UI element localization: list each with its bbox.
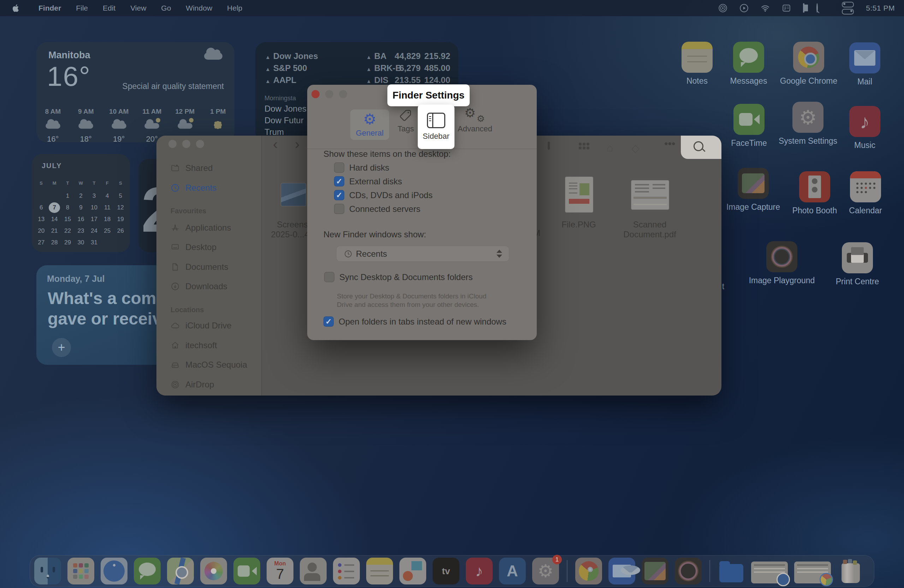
sidebar-item-desktop[interactable]: Desktop [171, 242, 217, 252]
desktop-icon-print[interactable] [842, 242, 873, 273]
menu-clock[interactable]: 5:51 PM [866, 4, 895, 13]
calendar-day[interactable]: 20 [36, 226, 47, 236]
desktop-icon-messages[interactable] [733, 42, 764, 73]
desktop-icon-settings[interactable]: ⚙ [792, 102, 823, 133]
sidebar-item-itechsoft[interactable]: itechsoft [171, 340, 217, 350]
desktop-icon-music[interactable]: ♪ [849, 106, 880, 137]
calendar-day[interactable]: 27 [36, 237, 47, 248]
dock-item-appstore[interactable]: A [499, 558, 526, 585]
calendar-day[interactable] [49, 191, 60, 201]
dock-item-finder[interactable] [34, 558, 61, 585]
desktop-icon-mail[interactable] [849, 43, 880, 73]
calendar-day[interactable]: 15 [62, 214, 73, 224]
file-thumbnail-screenshot[interactable] [281, 183, 306, 206]
calendar-day[interactable]: 2 [75, 191, 87, 201]
checkbox-unchecked[interactable] [324, 272, 334, 282]
calendar-day[interactable]: 29 [62, 237, 73, 248]
checkbox-checked[interactable]: ✓ [334, 176, 344, 187]
more-ellipsis-icon[interactable]: ••• [664, 138, 675, 150]
gallery-view-icon[interactable] [548, 143, 550, 149]
file-label[interactable]: Scanned [618, 220, 681, 229]
calendar-day[interactable]: 30 [75, 237, 87, 248]
zoom-button[interactable] [339, 90, 347, 98]
checkbox-row-external-disks[interactable]: ✓External disks [334, 176, 402, 187]
calendar-day[interactable]: 21 [49, 226, 60, 236]
calendar-day[interactable]: 14 [49, 214, 60, 224]
menu-item-help[interactable]: Help [227, 4, 242, 13]
dock-item-safari[interactable] [101, 558, 128, 585]
control-centre-icon[interactable] [842, 2, 854, 14]
sidebar-item-macos-sequoia[interactable]: MacOS Sequoia [171, 360, 247, 370]
dock-item-calendar[interactable]: Mon7 [267, 558, 294, 585]
menu-item-go[interactable]: Go [161, 4, 171, 13]
minimize-button[interactable] [325, 90, 333, 98]
group-view-icon[interactable] [579, 143, 591, 152]
screen-mirroring-icon[interactable] [740, 3, 749, 13]
tab-general[interactable]: ⚙ General [350, 109, 389, 140]
wifi-icon[interactable] [761, 3, 770, 13]
calendar-day[interactable]: 17 [88, 214, 100, 224]
calendar-day[interactable]: 5 [115, 191, 126, 201]
menu-item-finder[interactable]: Finder [38, 4, 61, 13]
toolbar-search-area[interactable] [681, 136, 721, 159]
desktop-icon-playground[interactable] [766, 241, 797, 272]
journal-add-button[interactable]: + [52, 338, 71, 357]
calendar-day[interactable]: 11 [102, 202, 113, 213]
input-source-icon[interactable] [782, 3, 791, 13]
share-icon[interactable]: ⌂ [607, 142, 614, 154]
calendar-day[interactable]: 4 [102, 191, 113, 201]
tab-sidebar[interactable]: Sidebar [418, 104, 455, 149]
calendar-widget[interactable]: JULY SMTWTFS1234567891011121314151617181… [32, 154, 130, 252]
calendar-day[interactable]: 16 [75, 214, 87, 224]
file-label[interactable]: Document.pdf [618, 229, 681, 239]
dock-item-chrome[interactable] [575, 558, 602, 585]
desktop-icon-capture[interactable] [738, 168, 769, 199]
dock-item-settings[interactable]: ⚙1 [532, 558, 559, 585]
desktop-icon-chrome[interactable] [793, 42, 824, 73]
checkbox-unchecked[interactable] [334, 204, 344, 214]
airdrop-icon[interactable] [718, 3, 727, 13]
calendar-day[interactable]: 7 [49, 202, 60, 213]
apple-logo-icon[interactable] [11, 3, 21, 13]
calendar-day[interactable]: 25 [102, 226, 113, 236]
calendar-day[interactable] [36, 191, 47, 201]
calendar-day[interactable]: 12 [115, 202, 126, 213]
sidebar-item-shared[interactable]: Shared [171, 163, 213, 173]
close-button[interactable] [168, 140, 177, 148]
search-icon[interactable] [694, 141, 703, 151]
new-windows-dropdown[interactable]: Recents [336, 246, 509, 262]
sidebar-item-applications[interactable]: Applications [171, 223, 231, 233]
calendar-day[interactable]: 26 [115, 226, 126, 236]
dock-item-appletv[interactable]: tv [433, 558, 460, 585]
close-button[interactable] [311, 90, 319, 98]
dock-item-photos[interactable] [200, 558, 227, 585]
dock-item-window[interactable] [751, 561, 788, 583]
battery-icon[interactable] [803, 4, 804, 13]
dock-item-mail[interactable] [608, 558, 635, 585]
zoom-button[interactable] [196, 140, 204, 148]
calendar-day[interactable]: 3 [88, 191, 100, 201]
checkbox-row-hard-disks[interactable]: Hard disks [334, 163, 389, 173]
dock-item-reminders[interactable] [333, 558, 360, 585]
calendar-day[interactable]: 24 [88, 226, 100, 236]
calendar-day[interactable] [102, 237, 113, 248]
forward-chevron-icon[interactable]: › [295, 136, 299, 152]
calendar-day[interactable]: 1 [62, 191, 73, 201]
desktop-icon-facetime[interactable] [733, 104, 765, 135]
dock-item-trash[interactable] [837, 558, 864, 585]
checkbox-checked[interactable]: ✓ [324, 316, 334, 327]
calendar-day[interactable]: 28 [49, 237, 60, 248]
checkbox-checked[interactable]: ✓ [334, 190, 344, 200]
weather-widget[interactable]: Manitoba 16° Special air quality stateme… [36, 42, 234, 142]
dock-item-contacts[interactable] [300, 558, 327, 585]
tag-icon[interactable]: ◇ [631, 142, 640, 154]
dock-item-messages[interactable] [134, 558, 161, 585]
calendar-day[interactable]: 6 [36, 202, 47, 213]
calendar-day[interactable]: 23 [75, 226, 87, 236]
dock-item-capture[interactable] [642, 558, 669, 585]
menu-item-window[interactable]: Window [186, 4, 212, 13]
file-label[interactable]: File.PNG [547, 220, 610, 229]
desktop-icon-calendar[interactable] [850, 171, 881, 202]
dock-item-music[interactable]: ♪ [466, 558, 493, 585]
calendar-day[interactable]: 10 [88, 202, 100, 213]
